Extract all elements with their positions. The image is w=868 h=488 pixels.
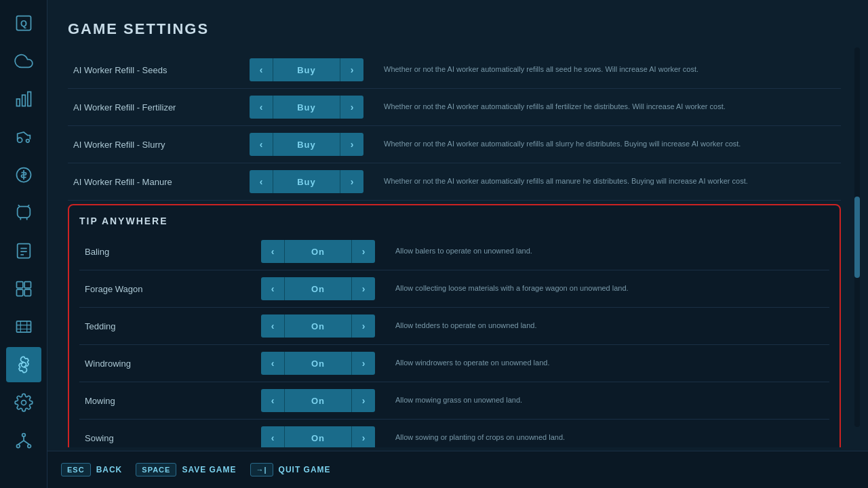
setting-control: ‹ On › [261,314,375,338]
ctrl-right-button[interactable]: › [352,277,375,300]
tip-anywhere-rows: Baling ‹ On › Allow balers to operate on… [79,233,829,447]
settings-active-icon [14,355,33,374]
sidebar-item-money[interactable] [6,157,41,192]
esc-key-badge: ESC [61,463,91,476]
setting-description: Whether or not the AI worker automatical… [384,139,835,149]
setting-row: AI Worker Refill - Seeds ‹ Buy › Whether… [68,52,841,89]
ctrl-value: Buy [273,58,340,81]
ctrl-right-button[interactable]: › [340,58,363,81]
setting-name: Sowing [85,433,261,443]
sidebar-item-chart[interactable] [6,81,41,117]
scroll-track[interactable] [854,47,860,427]
setting-control: ‹ Buy › [250,170,363,193]
ctrl-left-button[interactable]: ‹ [250,58,273,81]
productions-icon [14,279,33,298]
svg-rect-3 [22,95,25,106]
ctrl-value: On [284,389,352,412]
setting-description: Allow collecting loose materials with a … [395,283,824,293]
ctrl-value: Buy [273,170,340,193]
setting-description: Allow sowing or planting of crops on uno… [395,432,824,443]
setting-description: Allow windrowers to operate on unowned l… [395,358,824,368]
back-button[interactable]: ESC BACK [61,463,122,476]
sidebar-item-cloud[interactable] [6,43,41,79]
sidebar-item-tractor[interactable] [6,119,41,155]
svg-rect-16 [16,321,31,332]
back-label: BACK [96,465,123,474]
svg-rect-12 [16,282,22,288]
setting-control: ‹ Buy › [250,58,363,81]
svg-point-21 [27,445,31,448]
ctrl-right-button[interactable]: › [352,314,375,338]
network-icon [14,431,33,450]
sidebar-item-settings[interactable] [6,347,41,382]
ctrl-right-button[interactable]: › [340,133,363,156]
svg-point-19 [22,434,25,437]
ctrl-right-button[interactable]: › [352,426,375,447]
svg-point-6 [26,140,29,143]
sidebar: Q [0,0,47,488]
setting-control: ‹ On › [261,389,375,412]
ctrl-right-button[interactable]: › [340,96,363,119]
setting-name: Baling [85,247,261,257]
tractor-icon [14,127,33,146]
ctrl-left-button[interactable]: ‹ [261,314,284,338]
ctrl-left-button[interactable]: ‹ [250,96,273,119]
setting-name: Windrowing [85,359,261,369]
svg-rect-13 [24,282,31,288]
svg-rect-8 [17,244,30,258]
chart-icon [14,89,33,108]
setting-description: Allow mowing grass on unowned land. [395,395,824,405]
setting-description: Whether or not the AI worker automatical… [384,176,835,186]
ctrl-left-button[interactable]: ‹ [261,240,284,263]
scroll-thumb[interactable] [854,197,860,278]
sidebar-item-contracts[interactable] [6,233,41,268]
setting-description: Allow balers to operate on unowned land. [395,246,824,256]
setting-name: AI Worker Refill - Fertilizer [73,102,250,113]
ctrl-value: Buy [273,96,340,119]
svg-rect-14 [16,289,22,296]
setting-control: ‹ Buy › [250,133,363,156]
sidebar-item-cow[interactable] [6,195,41,230]
ctrl-left-button[interactable]: ‹ [261,352,284,375]
ctrl-value: On [284,352,352,375]
sidebar-item-productions[interactable] [6,271,41,306]
ctrl-left-button[interactable]: ‹ [261,389,284,412]
ctrl-right-button[interactable]: › [352,389,375,412]
sidebar-item-map[interactable] [6,309,41,344]
q-icon: Q [14,14,33,33]
sidebar-item-gear[interactable] [6,385,41,420]
sidebar-item-network[interactable] [6,423,41,458]
svg-point-5 [17,138,22,142]
setting-name: Forage Wagon [85,284,261,294]
ctrl-left-button[interactable]: ‹ [250,133,273,156]
setting-name: AI Worker Refill - Seeds [73,65,250,75]
setting-row: Baling ‹ On › Allow balers to operate on… [79,233,829,270]
setting-name: AI Worker Refill - Slurry [73,140,250,150]
setting-description: Whether or not the AI worker automatical… [384,64,835,75]
setting-row: AI Worker Refill - Slurry ‹ Buy › Whethe… [68,126,841,163]
ctrl-left-button[interactable]: ‹ [250,170,273,193]
ctrl-value: On [284,240,352,263]
svg-point-18 [21,401,26,405]
settings-area[interactable]: AI Worker Refill - Seeds ‹ Buy › Whether… [68,52,848,447]
main-content: GAME SETTINGS AI Worker Refill - Seeds ‹… [47,0,868,488]
ctrl-right-button[interactable]: › [340,170,363,193]
setting-name: Mowing [85,396,261,406]
setting-control: ‹ On › [261,426,375,447]
ctrl-right-button[interactable]: › [352,240,375,263]
cow-icon [14,203,33,222]
setting-row: Sowing ‹ On › Allow sowing or planting o… [79,420,829,447]
ctrl-left-button[interactable]: ‹ [261,426,284,447]
map-icon [14,317,33,336]
svg-rect-2 [16,99,20,106]
quit-game-button[interactable]: →| QUIT GAME [250,463,331,476]
setting-control: ‹ On › [261,240,375,263]
setting-control: ‹ On › [261,352,375,375]
svg-rect-4 [27,92,31,106]
tip-anywhere-section: TIP ANYWHERE Baling ‹ On › Allow balers … [68,204,841,447]
save-game-button[interactable]: SPACE SAVE GAME [136,463,236,476]
ctrl-right-button[interactable]: › [352,352,375,375]
ctrl-value: On [284,277,352,300]
sidebar-item-q[interactable]: Q [6,5,41,41]
ctrl-left-button[interactable]: ‹ [261,277,284,300]
